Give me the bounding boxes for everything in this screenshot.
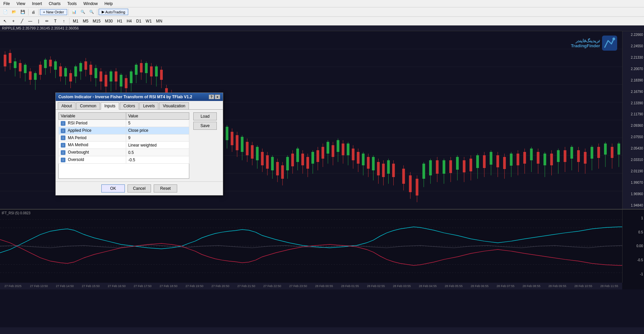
svg-rect-43 xyxy=(80,63,82,71)
save-button[interactable]: Save xyxy=(193,122,217,130)
menu-file[interactable]: File xyxy=(1,1,12,7)
cancel-button[interactable]: Cancel xyxy=(128,184,151,192)
svg-rect-37 xyxy=(64,68,67,76)
param-val-1[interactable]: 5 xyxy=(126,120,189,127)
svg-rect-107 xyxy=(241,137,244,152)
svg-rect-75 xyxy=(160,70,163,80)
tf-d1[interactable]: D1 xyxy=(135,18,143,24)
toolbar-save[interactable]: 💾 xyxy=(19,8,27,16)
param-val-4[interactable]: Linear weighted xyxy=(126,142,189,149)
menu-window[interactable]: Window xyxy=(82,1,100,7)
autotrading-button[interactable]: ▶ AutoTrading xyxy=(99,9,129,15)
dialog-titlebar: Custom Indicator - Inverse Fisher Transf… xyxy=(56,93,223,101)
chart-area: RIPPLE,M5 2.35799 2.36145 2.35541 2.3605… xyxy=(0,25,644,327)
new-order-button[interactable]: + New Order xyxy=(40,9,67,15)
reset-button[interactable]: Reset xyxy=(154,184,177,192)
svg-rect-35 xyxy=(59,66,62,76)
pencil-btn[interactable]: ✏ xyxy=(43,18,51,24)
svg-rect-203 xyxy=(516,154,519,165)
toolbar-zoom-in[interactable]: 🔍 xyxy=(79,8,87,16)
svg-rect-39 xyxy=(69,73,72,81)
param-val-5[interactable]: 0.5 xyxy=(126,149,189,156)
svg-rect-193 xyxy=(483,155,486,168)
tf-w1[interactable]: W1 xyxy=(144,18,153,24)
svg-rect-73 xyxy=(155,66,158,76)
time-22: 28 Feb 10:55 xyxy=(571,284,596,288)
param-val-3[interactable]: 9 xyxy=(126,134,189,142)
param-row-2[interactable]: i Applied Price Close price xyxy=(59,127,189,134)
param-val-2[interactable]: Close price xyxy=(126,127,189,134)
param-var-1: i RSI Period xyxy=(59,120,126,127)
param-val-6[interactable]: -0.5 xyxy=(126,156,189,164)
tab-inputs[interactable]: Inputs xyxy=(101,102,119,110)
line-btn[interactable]: ╱ xyxy=(18,18,26,24)
tf-m30[interactable]: M30 xyxy=(103,18,114,24)
indicator-dialog[interactable]: Custom Indicator - Inverse Fisher Transf… xyxy=(55,93,223,196)
toolbar-zoom-out[interactable]: 🔍 xyxy=(88,8,96,16)
vline-btn[interactable]: | xyxy=(35,18,42,24)
price-6: 2.16790 xyxy=(624,90,643,94)
svg-rect-171 xyxy=(409,175,412,192)
tf-m15[interactable]: M15 xyxy=(91,18,102,24)
cursor-btn[interactable]: ↖ xyxy=(1,18,9,24)
sep3 xyxy=(68,9,69,15)
sep5 xyxy=(69,18,69,24)
svg-rect-167 xyxy=(392,164,395,177)
ind-price-5: -1 xyxy=(624,272,643,276)
load-button[interactable]: Load xyxy=(193,112,217,120)
toolbar-chart-type[interactable]: 📊 xyxy=(70,8,78,16)
tf-m5[interactable]: M5 xyxy=(81,18,90,24)
param-row-6[interactable]: i Oversold -0.5 xyxy=(59,156,189,164)
autotrading-icon: ▶ xyxy=(102,10,104,14)
tab-colors[interactable]: Colors xyxy=(120,102,139,109)
hline-btn[interactable]: — xyxy=(27,18,34,24)
params-table: Variable Value i RSI Period xyxy=(58,112,189,164)
menu-help[interactable]: Help xyxy=(102,1,115,7)
menu-charts[interactable]: Charts xyxy=(47,1,62,7)
tab-about[interactable]: About xyxy=(58,102,76,109)
dialog-close-button[interactable]: × xyxy=(215,95,220,99)
tab-levels[interactable]: Levels xyxy=(139,102,158,109)
param-row-3[interactable]: i MA Period 9 xyxy=(59,134,189,142)
time-19: 28 Feb 07:55 xyxy=(493,284,518,288)
price-11: 2.05430 xyxy=(624,147,643,150)
time-14: 28 Feb 02:55 xyxy=(363,284,389,288)
time-9: 27 Feb 21:50 xyxy=(233,284,259,288)
param-row-4[interactable]: i MA Method Linear weighted xyxy=(59,142,189,149)
menu-tools[interactable]: Tools xyxy=(65,1,79,7)
svg-rect-29 xyxy=(44,60,47,68)
time-8: 27 Feb 20:50 xyxy=(207,284,233,288)
svg-rect-61 xyxy=(125,78,128,88)
toolbar-open[interactable]: 📂 xyxy=(10,8,18,16)
price-axis: 2.22660 2.24550 2.21330 2.20070 2.18390 … xyxy=(622,31,644,209)
param-var-5: i Overbought xyxy=(59,149,126,156)
svg-rect-185 xyxy=(456,157,459,170)
tab-visualization[interactable]: Visualization xyxy=(159,102,189,109)
svg-rect-163 xyxy=(382,164,385,177)
param-var-2: i Applied Price xyxy=(59,127,126,134)
menu-view[interactable]: View xyxy=(14,1,27,7)
svg-rect-135 xyxy=(311,152,314,164)
tf-h4[interactable]: H4 xyxy=(125,18,133,24)
tf-m1[interactable]: M1 xyxy=(71,18,80,24)
menu-insert[interactable]: Insert xyxy=(30,1,44,7)
crosshair-btn[interactable]: + xyxy=(10,18,17,24)
toolbar-new[interactable]: 📄 xyxy=(1,8,9,16)
price-1: 2.22660 xyxy=(624,33,643,37)
dialog-content: Variable Value i RSI Period xyxy=(56,110,223,181)
tf-h1[interactable]: H1 xyxy=(115,18,124,24)
ok-button[interactable]: OK xyxy=(101,184,125,192)
param-row-1[interactable]: i RSI Period 5 xyxy=(59,120,189,127)
time-12: 28 Feb 00:55 xyxy=(311,284,337,288)
tf-mn[interactable]: MN xyxy=(154,18,164,24)
text-btn[interactable]: T xyxy=(52,18,59,24)
params-table-wrapper: Variable Value i RSI Period xyxy=(58,112,189,179)
svg-rect-215 xyxy=(557,150,560,162)
svg-rect-177 xyxy=(429,160,432,175)
arrow-btn[interactable]: ↑ xyxy=(60,18,67,24)
toolbar-print[interactable]: 🖨 xyxy=(30,8,37,16)
param-row-5[interactable]: i Overbought 0.5 xyxy=(59,149,189,156)
ind-price-1: 1 xyxy=(624,216,643,220)
dialog-help-button[interactable]: ? xyxy=(209,95,214,99)
tab-common[interactable]: Common xyxy=(76,102,100,109)
